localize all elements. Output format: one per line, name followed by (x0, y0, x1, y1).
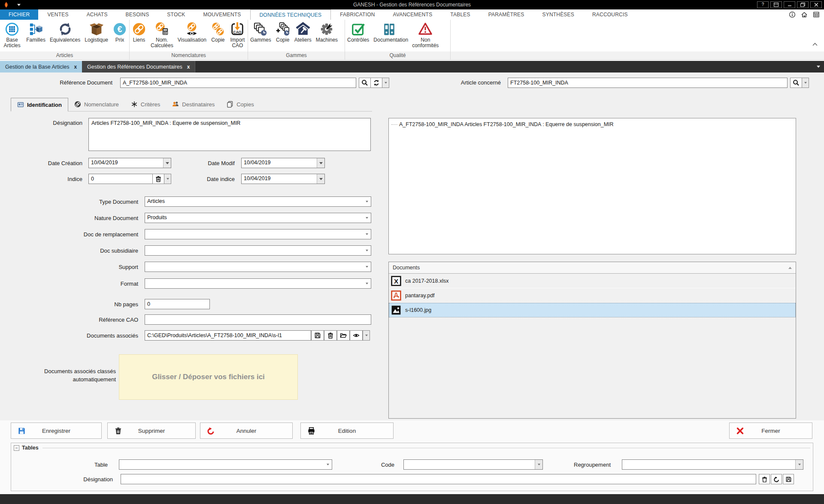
ribbon-ateliers-button[interactable]: Ateliers (292, 21, 314, 43)
menu-syntheses[interactable]: SYNTHÈSES (533, 9, 584, 20)
nb-pages-input[interactable] (145, 299, 210, 309)
ribbon-logistique-button[interactable]: Logistique (82, 21, 110, 43)
support-caret[interactable] (363, 262, 371, 272)
ribbon-controles-button[interactable]: Contrôles (345, 21, 371, 43)
ribbon-import-cao-button[interactable]: CAO Import CAO (227, 21, 248, 49)
date-modif-caret[interactable] (317, 158, 324, 168)
doc-subsidiaire-combo[interactable] (145, 245, 371, 256)
tab-gestion-base-articles[interactable]: Gestion de la Base Articles x (0, 61, 82, 72)
date-creation-combo[interactable]: 10/04/2019 (88, 158, 171, 168)
documents-associes-preview-button[interactable] (350, 330, 363, 341)
doc-remplacement-caret[interactable] (363, 229, 371, 239)
format-caret[interactable] (363, 279, 371, 288)
menu-raccourcis[interactable]: RACCOURCIS (583, 9, 637, 20)
edition-button[interactable]: Edition (300, 423, 394, 439)
tab-criteres[interactable]: Critères (125, 97, 167, 111)
type-document-combo[interactable]: Articles (145, 196, 371, 207)
tables-code-caret[interactable] (535, 460, 542, 469)
info-icon[interactable] (789, 11, 796, 18)
table-grid-icon[interactable] (813, 11, 820, 18)
ribbon-equivalences-button[interactable]: Equivalences (48, 21, 82, 43)
menu-tables[interactable]: TABLES (441, 9, 479, 20)
maximize-button[interactable] (797, 1, 809, 8)
documents-associes-delete-button[interactable] (324, 330, 337, 341)
menu-fabrication[interactable]: FABRICATION (331, 9, 384, 20)
ribbon-gammes-button[interactable]: Gammes (248, 21, 273, 43)
format-combo[interactable] (145, 278, 371, 289)
article-search-button[interactable] (790, 78, 802, 88)
doc-remplacement-combo[interactable] (145, 229, 371, 239)
menu-fichier[interactable]: FICHIER (0, 9, 38, 20)
article-options-caret[interactable] (802, 78, 809, 88)
enregistrer-button[interactable]: Enregistrer (11, 423, 102, 439)
ribbon-documentation-button[interactable]: Documentation (371, 21, 407, 43)
nature-document-caret[interactable] (363, 213, 371, 223)
menu-achats[interactable]: ACHATS (78, 9, 117, 20)
help-button[interactable]: ? (757, 1, 769, 8)
designation-textarea[interactable]: Articles FT2758-100_MIR_INDA : Equerre d… (88, 118, 371, 151)
file-drop-zone[interactable]: Glisser / Déposer vos fichiers ici (119, 354, 298, 400)
tables-regroupement-combo[interactable] (622, 459, 803, 470)
reference-search-button[interactable] (359, 78, 371, 88)
documents-associes-caret[interactable] (363, 330, 370, 341)
menu-donnees-techniques[interactable]: DONNÉES TECHNIQUES (250, 9, 331, 20)
ribbon-visualisation-button[interactable]: Visualisation (176, 21, 209, 43)
tables-code-combo[interactable] (403, 459, 543, 470)
document-tree[interactable]: A_FT2758-100_MIR_INDA Articles FT2758-10… (388, 118, 796, 254)
ribbon-machines-button[interactable]: Machines (314, 21, 340, 43)
date-modif-combo[interactable]: 10/04/2019 (241, 158, 325, 168)
menu-parametres[interactable]: PARAMÈTRES (479, 9, 533, 20)
tab-copies[interactable]: Copies (221, 97, 260, 111)
tab-list-caret-icon[interactable] (817, 66, 820, 68)
nature-document-combo[interactable]: Produits (145, 213, 371, 223)
reference-cao-input[interactable] (145, 314, 371, 325)
article-concerne-input[interactable] (508, 78, 788, 88)
tables-collapse-toggle[interactable]: − (14, 445, 19, 451)
menu-ventes[interactable]: VENTES (38, 9, 77, 20)
tab-close-icon[interactable]: x (187, 64, 190, 70)
tree-root-item[interactable]: A_FT2758-100_MIR_INDA Articles FT2758-10… (391, 121, 793, 127)
ribbon-liens-button[interactable]: Liens (130, 21, 148, 43)
indice-clear-button[interactable] (152, 174, 164, 184)
minimize-button[interactable] (784, 1, 795, 8)
menu-mouvements[interactable]: MOUVEMENTS (194, 9, 250, 20)
ribbon-copie-gammes-button[interactable]: Copie (273, 21, 292, 43)
menu-besoins[interactable]: BESOINS (117, 9, 158, 20)
doc-subsidiaire-caret[interactable] (363, 246, 371, 255)
annuler-button[interactable]: Annuler (200, 423, 293, 439)
tables-undo-button[interactable] (771, 474, 782, 484)
reference-options-caret[interactable] (382, 78, 389, 88)
home-icon[interactable] (801, 11, 808, 18)
fermer-button[interactable]: Fermer (729, 423, 812, 439)
ribbon-familles-button[interactable]: Familles (24, 21, 48, 43)
tables-table-caret[interactable] (324, 460, 332, 469)
documents-associes-input[interactable] (145, 330, 311, 341)
tab-nomenclature[interactable]: Nomenclature (68, 97, 125, 111)
layout-button[interactable] (770, 1, 782, 8)
ribbon-base-articles-button[interactable]: Base Articles (0, 21, 24, 49)
tables-designation-input[interactable] (121, 474, 756, 484)
indice-caret[interactable] (164, 174, 171, 184)
documents-associes-open-folder-button[interactable] (337, 330, 350, 341)
support-combo[interactable] (145, 262, 371, 272)
type-document-caret[interactable] (363, 197, 371, 206)
ribbon-non-conformites-button[interactable]: Non conformités (407, 21, 443, 49)
menu-stock[interactable]: STOCK (158, 9, 194, 20)
date-creation-caret[interactable] (163, 158, 171, 168)
tab-identification[interactable]: Identification (11, 98, 68, 112)
tab-destinataires[interactable]: Destinataires (166, 97, 221, 111)
date-indice-caret[interactable] (317, 174, 324, 184)
tables-save-button[interactable] (783, 474, 794, 484)
documents-column-header[interactable]: Documents (389, 262, 796, 274)
tables-table-combo[interactable] (119, 459, 332, 470)
ribbon-prix-button[interactable]: € Prix (110, 21, 129, 43)
reference-document-input[interactable] (120, 78, 356, 88)
document-row-xlsx[interactable]: X ca 2017-2018.xlsx (389, 274, 796, 288)
reference-refresh-button[interactable] (370, 78, 382, 88)
ribbon-nom-calculees-button[interactable]: Nom. Calculées (148, 21, 176, 49)
close-button[interactable] (810, 1, 822, 8)
document-row-pdf[interactable]: pantaray.pdf (389, 288, 796, 303)
ribbon-collapse-icon[interactable] (812, 42, 818, 46)
tab-close-icon[interactable]: x (74, 64, 77, 70)
indice-input[interactable] (88, 174, 153, 184)
